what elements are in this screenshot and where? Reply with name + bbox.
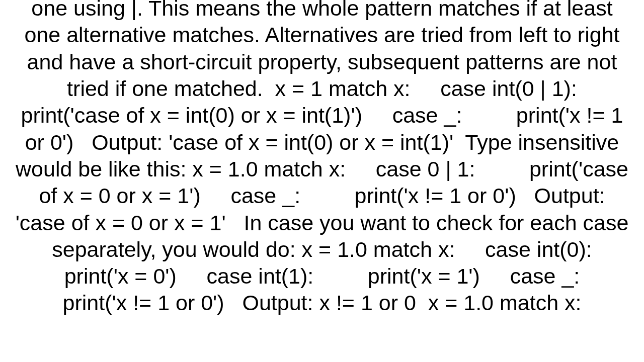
- document-viewport: one using |. This means the whole patter…: [0, 0, 644, 362]
- document-body-text: one using |. This means the whole patter…: [15, 0, 629, 317]
